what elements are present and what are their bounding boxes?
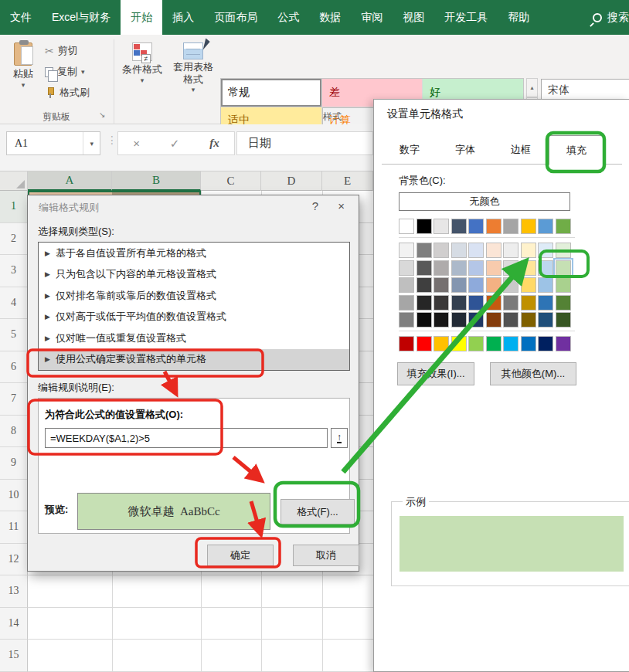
color-swatch-3a3838[interactable] bbox=[434, 295, 449, 311]
color-swatch-a9d18e[interactable] bbox=[556, 277, 571, 293]
tab-数字[interactable]: 数字 bbox=[382, 135, 437, 164]
color-swatch-1f3864[interactable] bbox=[468, 312, 484, 328]
color-swatch-aeabab[interactable] bbox=[434, 260, 449, 276]
color-swatch-3f3f3f[interactable] bbox=[416, 277, 432, 293]
cancel-entry-icon[interactable]: × bbox=[133, 137, 140, 150]
tab-边框[interactable]: 边框 bbox=[493, 135, 549, 164]
color-swatch-dbdbdb[interactable] bbox=[503, 260, 518, 276]
color-swatch-c00000[interactable] bbox=[399, 336, 414, 351]
name-box[interactable]: A1 ▾ bbox=[6, 131, 100, 155]
select-all-corner[interactable] bbox=[0, 171, 28, 191]
cell-style-常规[interactable]: 常规 bbox=[221, 79, 321, 107]
formula-input[interactable]: 日期 bbox=[236, 131, 373, 155]
color-swatch-a5a5a5[interactable] bbox=[503, 219, 518, 234]
color-swatch-ff0000[interactable] bbox=[416, 336, 432, 351]
color-swatch-fff2cc[interactable] bbox=[521, 243, 536, 258]
row-header-12[interactable]: 12 bbox=[0, 544, 28, 576]
no-color-button[interactable]: 无颜色 bbox=[399, 192, 570, 211]
color-swatch-d9e2f3[interactable] bbox=[468, 243, 484, 258]
color-swatch-92d050[interactable] bbox=[468, 336, 484, 351]
color-swatch-ffff00[interactable] bbox=[451, 336, 467, 351]
color-swatch-c9c9c9[interactable] bbox=[503, 277, 518, 293]
row-header-1[interactable]: 1 bbox=[0, 191, 28, 223]
color-swatch-deebf7[interactable] bbox=[538, 243, 553, 258]
color-swatch-000000[interactable] bbox=[416, 219, 432, 234]
color-swatch-2f5496[interactable] bbox=[468, 295, 484, 311]
color-swatch-548235[interactable] bbox=[556, 295, 571, 311]
color-swatch-843c0c[interactable] bbox=[486, 312, 502, 328]
color-swatch-e2efda[interactable] bbox=[556, 243, 571, 258]
collapse-dialog-button[interactable]: ↑ bbox=[331, 428, 348, 448]
color-swatch-7f6000[interactable] bbox=[521, 312, 536, 328]
conditional-formatting-button[interactable]: ≠ 条件格式 ▾ bbox=[116, 42, 168, 83]
color-swatch-8496b0[interactable] bbox=[451, 277, 467, 293]
row-header-14[interactable]: 14 bbox=[0, 608, 28, 640]
color-swatch-00b0f0[interactable] bbox=[503, 336, 518, 351]
ribbon-tab-开发工具[interactable]: 开发工具 bbox=[434, 0, 498, 35]
ribbon-tab-公式[interactable]: 公式 bbox=[267, 0, 309, 35]
color-swatch-f8cbad[interactable] bbox=[486, 260, 502, 276]
rule-type-item[interactable]: ▶基于各自值设置所有单元格的格式 bbox=[39, 243, 349, 264]
color-swatch-0070c0[interactable] bbox=[521, 336, 536, 351]
copy-button[interactable]: 复制 ▾ bbox=[45, 65, 85, 79]
row-header-15[interactable]: 15 bbox=[0, 640, 28, 672]
row-header-7[interactable]: 7 bbox=[0, 383, 28, 416]
format-painter-button[interactable]: 格式刷 bbox=[45, 86, 90, 100]
column-header-A[interactable]: A bbox=[28, 171, 112, 191]
color-swatch-595959[interactable] bbox=[416, 260, 432, 276]
color-swatch-b4c6e7[interactable] bbox=[468, 260, 484, 276]
ribbon-tab-帮助[interactable]: 帮助 bbox=[498, 0, 539, 35]
color-swatch-a6a6a6[interactable] bbox=[399, 295, 414, 311]
color-swatch-d9d9d9[interactable] bbox=[399, 260, 414, 276]
color-swatch-7f7f7f[interactable] bbox=[416, 243, 432, 258]
color-swatch-262626[interactable] bbox=[416, 295, 432, 311]
row-header-10[interactable]: 10 bbox=[0, 480, 28, 512]
color-swatch-002060[interactable] bbox=[538, 336, 553, 351]
color-swatch-171616[interactable] bbox=[434, 312, 449, 328]
confirm-entry-icon[interactable]: ✓ bbox=[170, 137, 180, 151]
color-swatch-7030a0[interactable] bbox=[556, 336, 571, 351]
color-swatch-e7e6e6[interactable] bbox=[434, 219, 449, 234]
color-swatch-ffffff[interactable] bbox=[399, 219, 414, 234]
help-icon[interactable]: ? bbox=[312, 199, 318, 212]
format-as-table-button[interactable]: 套用表格格式 ▾ bbox=[168, 42, 218, 92]
color-swatch-bf9000[interactable] bbox=[521, 295, 536, 311]
color-swatch-8eaadb[interactable] bbox=[468, 277, 484, 293]
cut-button[interactable]: ✂ 剪切 bbox=[45, 44, 78, 58]
color-swatch-00b050[interactable] bbox=[486, 336, 502, 351]
cancel-button[interactable]: 取消 bbox=[293, 545, 359, 566]
color-swatch-ed7d31[interactable] bbox=[486, 219, 502, 234]
rule-type-item[interactable]: ▶仅对高于或低于平均值的数值设置格式 bbox=[39, 307, 349, 328]
fill-effects-button[interactable]: 填充效果(I)... bbox=[397, 362, 474, 385]
color-swatch-7b7b7b[interactable] bbox=[503, 295, 518, 311]
color-swatch-ffe599[interactable] bbox=[521, 260, 536, 276]
gallery-scroll-up-button[interactable]: ▴ bbox=[526, 78, 538, 97]
rule-type-item[interactable]: ▶只为包含以下内容的单元格设置格式 bbox=[39, 264, 349, 286]
rule-type-item[interactable]: ▶仅对唯一值或重复值设置格式 bbox=[39, 328, 349, 349]
row-header-3[interactable]: 3 bbox=[0, 255, 28, 287]
color-swatch-44546a[interactable] bbox=[451, 219, 467, 234]
rule-type-item[interactable]: ▶仅对排名靠前或靠后的数值设置格式 bbox=[39, 285, 349, 307]
color-swatch-375623[interactable] bbox=[556, 312, 571, 328]
font-name-combobox[interactable]: 宋体 bbox=[541, 79, 629, 101]
color-swatch-757070[interactable] bbox=[434, 277, 449, 293]
ribbon-tab-视图[interactable]: 视图 bbox=[393, 0, 434, 35]
column-header-E[interactable]: E bbox=[322, 171, 373, 191]
color-swatch-bdd7ee[interactable] bbox=[538, 260, 553, 276]
color-swatch-333f4f[interactable] bbox=[451, 295, 467, 311]
color-swatch-525252[interactable] bbox=[503, 312, 518, 328]
color-swatch-bfbfbf[interactable] bbox=[399, 277, 414, 293]
rule-type-item[interactable]: ▶使用公式确定要设置格式的单元格 bbox=[39, 349, 349, 371]
color-swatch-ffc000[interactable] bbox=[434, 336, 449, 351]
ribbon-tab-开始[interactable]: 开始 bbox=[121, 0, 162, 35]
color-swatch-ffc000[interactable] bbox=[521, 219, 536, 234]
color-swatch-ededed[interactable] bbox=[503, 243, 518, 258]
color-swatch-5b9bd5[interactable] bbox=[538, 219, 553, 234]
ribbon-tab-文件[interactable]: 文件 bbox=[0, 0, 42, 35]
color-swatch-c55a11[interactable] bbox=[486, 295, 502, 311]
color-swatch-ffd966[interactable] bbox=[521, 277, 536, 293]
row-header-4[interactable]: 4 bbox=[0, 287, 28, 320]
insert-function-icon[interactable]: fx bbox=[209, 137, 219, 150]
color-swatch-9dc3e6[interactable] bbox=[538, 277, 553, 293]
color-swatch-222a35[interactable] bbox=[451, 312, 467, 328]
